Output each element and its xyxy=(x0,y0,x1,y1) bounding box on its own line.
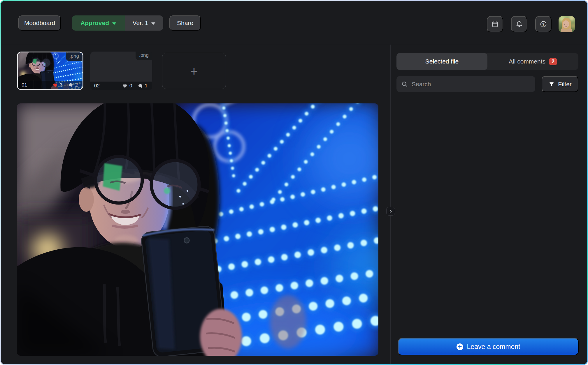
screen: Moodboard Approved Ver. 1 Share xyxy=(0,0,588,365)
panel-divider xyxy=(390,45,391,364)
sidebar-tabs: Selected file All comments 2 xyxy=(396,53,578,70)
file-ext-tag: .png xyxy=(136,52,152,60)
version-label: Ver. 1 xyxy=(133,20,148,27)
calendar-button[interactable] xyxy=(487,16,503,32)
chevron-right-icon xyxy=(388,209,393,214)
share-label: Share xyxy=(177,20,193,27)
comments-count-badge: 2 xyxy=(549,58,557,65)
version-dropdown[interactable]: Ver. 1 xyxy=(125,15,163,31)
notifications-button[interactable] xyxy=(511,16,527,32)
heart-icon xyxy=(53,83,58,87)
selected-file-preview[interactable] xyxy=(17,103,378,356)
thumbnail-footer: 01 3 2 xyxy=(18,81,83,89)
plus-icon: + xyxy=(190,64,198,78)
like-count: 3 xyxy=(60,82,62,88)
comment-count: 1 xyxy=(145,83,148,89)
app-surface: Moodboard Approved Ver. 1 Share xyxy=(1,1,587,364)
tab-label: All comments xyxy=(509,58,545,65)
chevron-down-icon xyxy=(112,22,116,25)
avatar-photo xyxy=(559,16,575,32)
moodboard-button[interactable]: Moodboard xyxy=(18,15,61,31)
chevron-down-icon xyxy=(151,22,155,25)
file-index: 02 xyxy=(94,83,100,89)
thumbnail-footer: 02 0 1 xyxy=(90,82,152,90)
leave-comment-label: Leave a comment xyxy=(467,343,520,351)
like-count: 0 xyxy=(129,83,132,89)
help-button[interactable]: ? xyxy=(535,16,552,32)
status-dropdown[interactable]: Approved xyxy=(72,15,125,31)
calendar-icon xyxy=(491,20,499,28)
file-ext-tag: .png xyxy=(66,52,83,61)
filter-label: Filter xyxy=(558,81,572,88)
file-thumbnail-01[interactable]: .png 01 3 2 xyxy=(17,52,83,90)
bell-icon xyxy=(515,20,523,28)
comment-bubble-icon xyxy=(68,83,73,87)
file-thumbnail-02[interactable]: .png 02 0 1 xyxy=(90,52,152,90)
search-icon xyxy=(401,81,408,88)
leave-comment-button[interactable]: Leave a comment xyxy=(398,338,579,355)
tab-selected-file[interactable]: Selected file xyxy=(396,53,487,70)
sidebar-collapse-button[interactable] xyxy=(386,207,395,216)
window-frame: Moodboard Approved Ver. 1 Share xyxy=(0,0,588,365)
top-bar: Moodboard Approved Ver. 1 Share xyxy=(1,1,587,44)
add-file-button[interactable]: + xyxy=(162,53,226,89)
plus-circle-icon xyxy=(457,343,463,350)
tab-all-comments[interactable]: All comments 2 xyxy=(487,53,578,70)
question-icon: ? xyxy=(539,20,547,28)
search-input[interactable] xyxy=(412,81,531,88)
file-index: 01 xyxy=(22,82,27,88)
tab-label: Selected file xyxy=(425,58,459,65)
comment-count: 2 xyxy=(75,82,78,88)
comment-bubble-icon xyxy=(138,84,143,88)
moodboard-label: Moodboard xyxy=(24,20,55,27)
svg-text:?: ? xyxy=(542,22,545,27)
status-label: Approved xyxy=(80,20,109,27)
share-button[interactable]: Share xyxy=(169,15,201,31)
search-box xyxy=(396,76,535,92)
user-avatar[interactable] xyxy=(559,16,575,32)
heart-icon xyxy=(122,84,127,88)
filter-button[interactable]: Filter xyxy=(542,76,578,92)
status-version-pill: Approved Ver. 1 xyxy=(72,15,163,31)
filter-funnel-icon xyxy=(548,81,555,87)
preview-photo xyxy=(17,103,378,356)
